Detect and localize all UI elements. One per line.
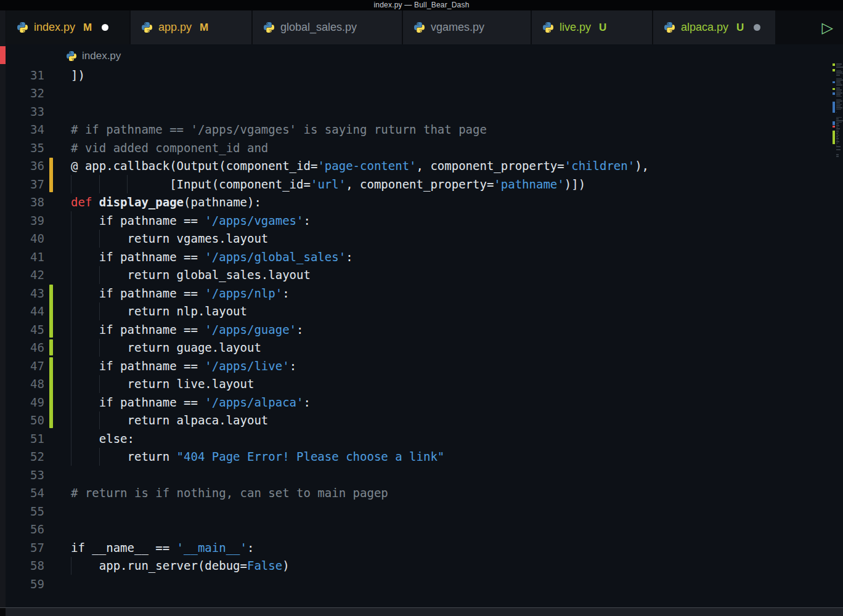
code-text[interactable]: if pathname == '/apps/live': [71, 359, 296, 373]
tab-label: app.py [158, 21, 192, 34]
code-line-46[interactable]: 46 return guage.layout [6, 339, 843, 357]
tab-live-py[interactable]: live.pyU [532, 10, 652, 44]
indent-guide [99, 339, 100, 357]
code-line-42[interactable]: 42 return global_sales.layout [6, 266, 843, 285]
code-line-55[interactable]: 55 [6, 502, 843, 521]
code-line-51[interactable]: 51 else: [6, 429, 843, 448]
code-text[interactable]: if pathname == '/apps/nlp': [71, 286, 290, 300]
minimap-line [836, 92, 842, 94]
minimap-line [836, 65, 841, 67]
code-line-37[interactable]: 37 [Input(component_id='url', component_… [6, 175, 843, 193]
code-line-47[interactable]: 47 if pathname == '/apps/live': [6, 357, 843, 375]
tab-vgames-py[interactable]: vgames.py [403, 10, 531, 44]
line-number: 44 [6, 304, 44, 318]
tab-index-py[interactable]: index.pyM [6, 10, 129, 44]
code-line-40[interactable]: 40 return vgames.layout [6, 230, 843, 248]
code-line-45[interactable]: 45 if pathname == '/apps/guage': [6, 320, 843, 339]
code-text[interactable]: # return is if nothing, can set to main … [71, 486, 388, 500]
code-text[interactable]: return nlp.layout [71, 304, 247, 318]
code-text[interactable]: @ app.callback(Output(component_id='page… [71, 159, 649, 172]
indent-guide [99, 448, 100, 466]
code-line-33[interactable]: 33 [6, 102, 843, 121]
minimap[interactable] [833, 63, 843, 408]
minimap-line [836, 123, 839, 124]
code-line-41[interactable]: 41 if pathname == '/apps/global_sales': [6, 248, 843, 266]
code-line-32[interactable]: 32 [6, 84, 843, 103]
code-line-54[interactable]: 54# return is if nothing, can set to mai… [6, 484, 843, 503]
code-text[interactable]: if pathname == '/apps/vgames': [71, 214, 311, 227]
minimap-line [836, 105, 841, 107]
minimap-line [836, 118, 839, 120]
code-line-52[interactable]: 52 return "404 Page Error! Please choose… [6, 448, 843, 466]
code-text[interactable]: if pathname == '/apps/alpaca': [71, 395, 311, 409]
code-line-53[interactable]: 53 [6, 466, 843, 484]
code-line-58[interactable]: 58 app.run_server(debug=False) [6, 557, 843, 575]
code-line-38[interactable]: 38def display_page(pathname): [6, 193, 843, 212]
minimap-line [836, 63, 842, 65]
code-text[interactable]: return alpaca.layout [71, 413, 268, 427]
dirty-indicator-dot [754, 24, 760, 31]
indent-guide [71, 230, 71, 248]
indent-guide [71, 284, 71, 302]
run-python-file-button[interactable]: ▷ [817, 18, 838, 38]
line-number: 47 [6, 359, 44, 373]
git-gutter-added-bar[interactable] [49, 357, 53, 428]
code-text[interactable]: # if pathname == '/apps/vgamges' is sayi… [71, 123, 487, 136]
code-text[interactable]: return global_sales.layout [71, 268, 311, 282]
python-icon [414, 22, 425, 33]
code-text[interactable]: return vgames.layout [71, 232, 268, 245]
line-number: 50 [6, 413, 44, 427]
code-text[interactable]: ]) [71, 68, 85, 82]
code-line-57[interactable]: 57if __name__ == '__main__': [6, 538, 843, 557]
git-gutter-added-bar[interactable] [49, 339, 53, 356]
code-line-50[interactable]: 50 return alpaca.layout [6, 411, 843, 430]
code-text[interactable]: def display_page(pathname): [71, 195, 261, 209]
code-text[interactable]: app.run_server(debug=False) [71, 559, 290, 572]
code-text[interactable]: if pathname == '/apps/guage': [71, 323, 304, 336]
python-icon [543, 22, 553, 33]
minimap-line [836, 130, 839, 131]
minimap-line [836, 100, 842, 102]
python-icon [17, 22, 28, 33]
code-text[interactable]: # vid added component_id and [71, 141, 268, 155]
window-title: index.py — Bull_Bear_Dash [373, 1, 469, 9]
code-line-59[interactable]: 59 [6, 575, 843, 593]
minimap-line [836, 117, 842, 118]
code-text[interactable]: return "404 Page Error! Please choose a … [71, 450, 444, 463]
minimap-line [836, 96, 842, 97]
code-text[interactable]: return live.layout [71, 377, 254, 391]
python-icon [67, 51, 76, 61]
tab-global_sales-py[interactable]: global_sales.py [253, 10, 402, 44]
code-text[interactable]: if pathname == '/apps/global_sales': [71, 250, 353, 264]
line-number: 59 [6, 577, 44, 591]
line-number: 51 [6, 432, 44, 445]
code-text[interactable]: if __name__ == '__main__': [71, 541, 254, 554]
breadcrumb-file[interactable]: index.py [82, 50, 121, 62]
code-line-49[interactable]: 49 if pathname == '/apps/alpaca': [6, 393, 843, 411]
code-line-35[interactable]: 35# vid added component_id and [6, 139, 843, 157]
code-text[interactable]: [Input(component_id='url', component_pro… [71, 177, 585, 191]
indent-guide [99, 375, 100, 394]
minimap-line [836, 143, 838, 144]
git-gutter-added-bar[interactable] [49, 285, 53, 338]
code-line-44[interactable]: 44 return nlp.layout [6, 302, 843, 321]
code-line-39[interactable]: 39 if pathname == '/apps/vgames': [6, 211, 843, 230]
git-gutter-modified-bar[interactable] [49, 158, 53, 192]
minimap-added-mark [833, 63, 835, 66]
minimap-line [836, 133, 838, 134]
minimap-line [836, 94, 841, 95]
tab-alpaca-py[interactable]: alpaca.pyU [653, 10, 775, 44]
code-line-31[interactable]: 31]) [6, 66, 843, 84]
code-text[interactable]: else: [71, 432, 134, 445]
line-number: 40 [6, 232, 44, 245]
code-line-34[interactable]: 34# if pathname == '/apps/vgamges' is sa… [6, 121, 843, 139]
tab-app-py[interactable]: app.pyM [131, 10, 251, 44]
minimap-line [836, 70, 841, 71]
code-line-43[interactable]: 43 if pathname == '/apps/nlp': [6, 284, 843, 302]
line-number: 48 [6, 377, 44, 391]
code-editor[interactable]: 31])323334# if pathname == '/apps/vgamge… [6, 66, 843, 607]
code-line-36[interactable]: 36@ app.callback(Output(component_id='pa… [6, 157, 843, 176]
tab-label: live.py [560, 21, 591, 34]
code-line-48[interactable]: 48 return live.layout [6, 375, 843, 394]
code-line-56[interactable]: 56 [6, 521, 843, 539]
